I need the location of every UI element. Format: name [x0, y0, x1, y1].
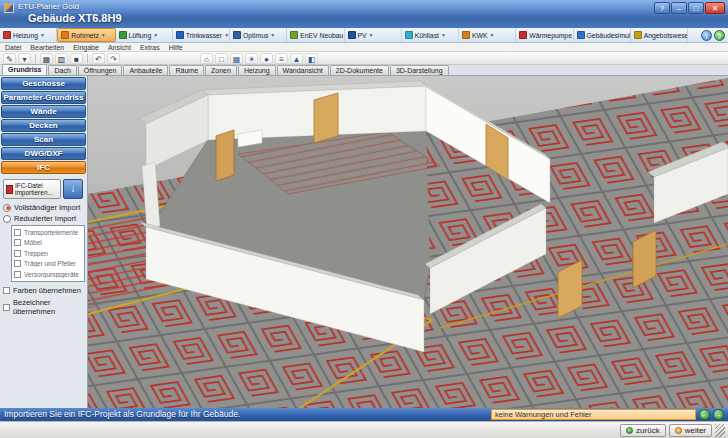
ifc-import-button[interactable]: IFC-Datei importieren... [3, 179, 61, 199]
next-icon [675, 427, 682, 434]
resize-grip[interactable] [715, 424, 725, 437]
warning-field[interactable]: keine Warnungen und Fehler [491, 409, 696, 420]
viewport [88, 76, 728, 408]
tab-waermepumpe[interactable]: Wärmepumpe▼ [516, 28, 573, 42]
grid-icon[interactable]: ▦ [40, 53, 53, 64]
tab-pv[interactable]: PV▼ [345, 28, 402, 42]
prev-warning-button[interactable]: ← [699, 409, 710, 420]
checkbox-icon [14, 271, 21, 278]
main-content: Geschosse Parameter-Grundriss Wände Deck… [0, 76, 728, 408]
tab-anbauteile[interactable]: Anbauteile [123, 65, 168, 75]
minimize-button[interactable]: – [671, 2, 687, 14]
chevron-down-icon: ▼ [369, 32, 374, 38]
tab-kuehllast[interactable]: Kühllast▼ [402, 28, 459, 42]
sidebar-item-dwg-dxf[interactable]: DWG/DXF [1, 147, 86, 160]
tab-optimus[interactable]: Optimus▼ [230, 28, 287, 42]
north-arrow-icon[interactable]: ▲ [290, 53, 303, 64]
document-title: Gebäude XT6.8H9 [28, 12, 122, 24]
undo-icon[interactable]: ↶ [92, 53, 105, 64]
tab-lueftung[interactable]: Lüftung▼ [116, 28, 173, 42]
tab-heizung[interactable]: Heizung▼ [0, 28, 57, 42]
fill-icon[interactable]: ■ [70, 53, 83, 64]
redo-icon[interactable]: ↷ [107, 53, 120, 64]
reduced-import-listbox[interactable]: Transportelemente Möbel Treppen Träger u… [11, 225, 85, 282]
sidebar-item-waende[interactable]: Wände [1, 105, 86, 118]
menu-bearbeiten[interactable]: Bearbeiten [30, 44, 64, 51]
checkbox-icon [3, 304, 10, 311]
menu-hilfe[interactable]: Hilfe [169, 44, 183, 51]
list-item[interactable]: Versorgungsgeräte [14, 269, 82, 280]
sidebar-item-parameter-grundriss[interactable]: Parameter-Grundriss [1, 91, 86, 104]
sidebar-item-decken[interactable]: Decken [1, 119, 86, 132]
checkbox-farben[interactable]: Farben übernehmen [3, 286, 84, 295]
radio-full-import[interactable]: Vollständiger Import [3, 203, 84, 212]
tab-angebotswesen[interactable]: Angebotswesen▼ [631, 28, 688, 42]
checkbox-icon [14, 260, 21, 267]
radio-reduced-import[interactable]: Reduzierter Import [3, 214, 84, 223]
sidebar-item-geschosse[interactable]: Geschosse [1, 77, 86, 90]
tab-oeffnungen[interactable]: Öffnungen [78, 65, 123, 75]
sidebar: Geschosse Parameter-Grundriss Wände Deck… [0, 76, 88, 408]
back-button[interactable]: zurück [620, 424, 666, 437]
help-icon[interactable]: ? [714, 30, 725, 41]
tab-2d-dokumente[interactable]: 2D-Dokumente [330, 65, 389, 75]
list-item[interactable]: Treppen [14, 248, 82, 259]
chevron-down-icon: ▼ [270, 32, 275, 38]
tab-wandansicht[interactable]: Wandansicht [277, 65, 329, 75]
chevron-down-icon: ▼ [224, 32, 229, 38]
ifc-file-icon [6, 185, 13, 194]
ribbon-corner-icons: i ? [701, 30, 725, 41]
chevron-down-icon: ▼ [153, 32, 158, 38]
chevron-down-icon[interactable]: ▾ [18, 53, 31, 64]
sun-icon[interactable]: ☀ [245, 53, 258, 64]
toolbar-separator [87, 54, 88, 63]
menu-eingabe[interactable]: Eingabe [73, 44, 99, 51]
tab-enev-neubau[interactable]: EnEV Neubau▼ [287, 28, 344, 42]
hatch-icon[interactable]: ▧ [55, 53, 68, 64]
menu-extras[interactable]: Extras [140, 44, 160, 51]
list-item[interactable]: Träger und Pfeiler [14, 259, 82, 270]
list-item[interactable]: Transportelemente [14, 227, 82, 238]
next-warning-button[interactable]: → [713, 409, 724, 420]
tab-rohrnetz[interactable]: Rohrnetz▼ [57, 28, 115, 42]
maximize-button[interactable]: □ [688, 2, 704, 14]
tab-kwk[interactable]: KWK▼ [459, 28, 516, 42]
pv-icon [348, 31, 356, 39]
pencil-icon[interactable]: ✎ [3, 53, 16, 64]
checkbox-icon [14, 239, 21, 246]
sidebar-item-scan[interactable]: Scan [1, 133, 86, 146]
checkbox-bezeichner[interactable]: Bezeichner übernehmen [3, 298, 84, 316]
enev-icon [290, 31, 298, 39]
sidebar-item-ifc[interactable]: IFC [1, 161, 86, 174]
info-icon[interactable]: i [701, 30, 712, 41]
close-button[interactable]: ✕ [705, 2, 725, 14]
heizung-icon [3, 31, 11, 39]
kuehllast-icon [405, 31, 413, 39]
tab-trinkwasser[interactable]: Trinkwasser▼ [173, 28, 230, 42]
status-bar: Importieren Sie ein IFC-Projekt als Grun… [0, 408, 728, 421]
tab-zonen[interactable]: Zonen [205, 65, 237, 75]
gebaeudesimulation-icon [577, 31, 585, 39]
next-button[interactable]: weiter [669, 424, 712, 437]
menu-datei[interactable]: Datei [5, 44, 21, 51]
tiles-icon[interactable]: ▦ [230, 53, 243, 64]
chevron-down-icon: ▼ [101, 32, 106, 38]
tab-raeume[interactable]: Räume [169, 65, 204, 75]
layers-icon[interactable]: ≡ [275, 53, 288, 64]
section-icon[interactable]: ◧ [305, 53, 318, 64]
radio-icon [3, 204, 11, 212]
wireframe-icon[interactable]: □ [215, 53, 228, 64]
tab-3d-darstellung[interactable]: 3D-Darstellung [390, 65, 449, 75]
tab-heizung-sub[interactable]: Heizung [238, 65, 276, 75]
3d-building-view[interactable] [88, 76, 728, 408]
render-icon[interactable]: ● [260, 53, 273, 64]
status-message: Importieren Sie ein IFC-Projekt als Grun… [4, 408, 240, 421]
home-view-icon[interactable]: ⌂ [200, 53, 213, 64]
list-item[interactable]: Möbel [14, 238, 82, 249]
tab-gebaeudesimulation[interactable]: Gebäudesimulation▼ [574, 28, 631, 42]
tab-grundriss[interactable]: Grundriss [2, 64, 47, 75]
tab-dach[interactable]: Dach [48, 65, 76, 75]
ifc-options-button[interactable]: ↓ [63, 179, 83, 199]
menu-ansicht[interactable]: Ansicht [108, 44, 131, 51]
help-button[interactable]: ? [654, 2, 670, 14]
